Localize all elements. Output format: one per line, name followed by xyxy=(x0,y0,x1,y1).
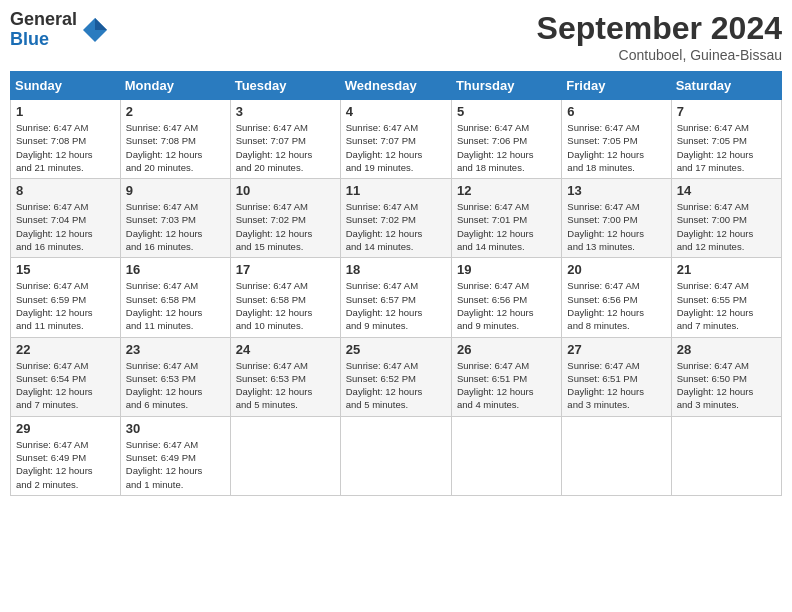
calendar-cell: 9Sunrise: 6:47 AM Sunset: 7:03 PM Daylig… xyxy=(120,179,230,258)
weekday-header: Sunday xyxy=(11,72,121,100)
calendar-cell: 1Sunrise: 6:47 AM Sunset: 7:08 PM Daylig… xyxy=(11,100,121,179)
calendar-cell: 13Sunrise: 6:47 AM Sunset: 7:00 PM Dayli… xyxy=(562,179,671,258)
day-info: Sunrise: 6:47 AM Sunset: 6:56 PM Dayligh… xyxy=(567,279,665,332)
day-number: 9 xyxy=(126,183,225,198)
day-number: 20 xyxy=(567,262,665,277)
day-info: Sunrise: 6:47 AM Sunset: 7:07 PM Dayligh… xyxy=(236,121,335,174)
day-info: Sunrise: 6:47 AM Sunset: 6:51 PM Dayligh… xyxy=(567,359,665,412)
calendar-week-row: 8Sunrise: 6:47 AM Sunset: 7:04 PM Daylig… xyxy=(11,179,782,258)
day-number: 5 xyxy=(457,104,556,119)
calendar-cell: 28Sunrise: 6:47 AM Sunset: 6:50 PM Dayli… xyxy=(671,337,781,416)
day-number: 21 xyxy=(677,262,776,277)
calendar-cell: 2Sunrise: 6:47 AM Sunset: 7:08 PM Daylig… xyxy=(120,100,230,179)
page-header: General Blue September 2024 Contuboel, G… xyxy=(10,10,782,63)
calendar-cell xyxy=(671,416,781,495)
day-number: 22 xyxy=(16,342,115,357)
weekday-header: Thursday xyxy=(451,72,561,100)
calendar-cell: 16Sunrise: 6:47 AM Sunset: 6:58 PM Dayli… xyxy=(120,258,230,337)
day-info: Sunrise: 6:47 AM Sunset: 7:03 PM Dayligh… xyxy=(126,200,225,253)
day-number: 3 xyxy=(236,104,335,119)
day-number: 6 xyxy=(567,104,665,119)
calendar-cell: 20Sunrise: 6:47 AM Sunset: 6:56 PM Dayli… xyxy=(562,258,671,337)
day-info: Sunrise: 6:47 AM Sunset: 7:00 PM Dayligh… xyxy=(567,200,665,253)
weekday-header: Tuesday xyxy=(230,72,340,100)
day-info: Sunrise: 6:47 AM Sunset: 6:51 PM Dayligh… xyxy=(457,359,556,412)
day-info: Sunrise: 6:47 AM Sunset: 7:05 PM Dayligh… xyxy=(567,121,665,174)
calendar-cell: 3Sunrise: 6:47 AM Sunset: 7:07 PM Daylig… xyxy=(230,100,340,179)
logo-general-text: General xyxy=(10,10,77,30)
day-number: 8 xyxy=(16,183,115,198)
calendar-cell: 22Sunrise: 6:47 AM Sunset: 6:54 PM Dayli… xyxy=(11,337,121,416)
calendar-cell: 21Sunrise: 6:47 AM Sunset: 6:55 PM Dayli… xyxy=(671,258,781,337)
month-title: September 2024 xyxy=(537,10,782,47)
day-info: Sunrise: 6:47 AM Sunset: 6:58 PM Dayligh… xyxy=(236,279,335,332)
day-info: Sunrise: 6:47 AM Sunset: 7:05 PM Dayligh… xyxy=(677,121,776,174)
day-number: 15 xyxy=(16,262,115,277)
calendar-cell xyxy=(562,416,671,495)
day-number: 25 xyxy=(346,342,446,357)
svg-marker-1 xyxy=(95,18,107,30)
calendar-cell: 12Sunrise: 6:47 AM Sunset: 7:01 PM Dayli… xyxy=(451,179,561,258)
day-info: Sunrise: 6:47 AM Sunset: 6:59 PM Dayligh… xyxy=(16,279,115,332)
day-number: 28 xyxy=(677,342,776,357)
day-info: Sunrise: 6:47 AM Sunset: 7:02 PM Dayligh… xyxy=(346,200,446,253)
calendar-cell: 25Sunrise: 6:47 AM Sunset: 6:52 PM Dayli… xyxy=(340,337,451,416)
day-info: Sunrise: 6:47 AM Sunset: 6:55 PM Dayligh… xyxy=(677,279,776,332)
day-number: 23 xyxy=(126,342,225,357)
day-info: Sunrise: 6:47 AM Sunset: 6:49 PM Dayligh… xyxy=(126,438,225,491)
day-number: 10 xyxy=(236,183,335,198)
day-number: 18 xyxy=(346,262,446,277)
calendar-cell: 23Sunrise: 6:47 AM Sunset: 6:53 PM Dayli… xyxy=(120,337,230,416)
day-number: 27 xyxy=(567,342,665,357)
weekday-header: Wednesday xyxy=(340,72,451,100)
calendar-cell: 29Sunrise: 6:47 AM Sunset: 6:49 PM Dayli… xyxy=(11,416,121,495)
title-block: September 2024 Contuboel, Guinea-Bissau xyxy=(537,10,782,63)
calendar-week-row: 22Sunrise: 6:47 AM Sunset: 6:54 PM Dayli… xyxy=(11,337,782,416)
day-number: 4 xyxy=(346,104,446,119)
day-info: Sunrise: 6:47 AM Sunset: 7:06 PM Dayligh… xyxy=(457,121,556,174)
calendar-cell: 19Sunrise: 6:47 AM Sunset: 6:56 PM Dayli… xyxy=(451,258,561,337)
calendar-cell: 24Sunrise: 6:47 AM Sunset: 6:53 PM Dayli… xyxy=(230,337,340,416)
day-number: 14 xyxy=(677,183,776,198)
day-info: Sunrise: 6:47 AM Sunset: 6:56 PM Dayligh… xyxy=(457,279,556,332)
calendar-cell xyxy=(340,416,451,495)
calendar-week-row: 15Sunrise: 6:47 AM Sunset: 6:59 PM Dayli… xyxy=(11,258,782,337)
calendar-cell: 4Sunrise: 6:47 AM Sunset: 7:07 PM Daylig… xyxy=(340,100,451,179)
day-number: 11 xyxy=(346,183,446,198)
calendar-cell: 6Sunrise: 6:47 AM Sunset: 7:05 PM Daylig… xyxy=(562,100,671,179)
day-number: 1 xyxy=(16,104,115,119)
calendar-cell xyxy=(451,416,561,495)
day-number: 16 xyxy=(126,262,225,277)
calendar-cell: 8Sunrise: 6:47 AM Sunset: 7:04 PM Daylig… xyxy=(11,179,121,258)
calendar-header-row: SundayMondayTuesdayWednesdayThursdayFrid… xyxy=(11,72,782,100)
day-number: 13 xyxy=(567,183,665,198)
day-number: 24 xyxy=(236,342,335,357)
day-info: Sunrise: 6:47 AM Sunset: 6:58 PM Dayligh… xyxy=(126,279,225,332)
day-info: Sunrise: 6:47 AM Sunset: 7:01 PM Dayligh… xyxy=(457,200,556,253)
day-info: Sunrise: 6:47 AM Sunset: 6:57 PM Dayligh… xyxy=(346,279,446,332)
day-info: Sunrise: 6:47 AM Sunset: 7:08 PM Dayligh… xyxy=(16,121,115,174)
day-info: Sunrise: 6:47 AM Sunset: 6:54 PM Dayligh… xyxy=(16,359,115,412)
logo-blue-text: Blue xyxy=(10,30,77,50)
day-number: 19 xyxy=(457,262,556,277)
calendar-cell: 5Sunrise: 6:47 AM Sunset: 7:06 PM Daylig… xyxy=(451,100,561,179)
logo: General Blue xyxy=(10,10,109,50)
calendar-cell: 27Sunrise: 6:47 AM Sunset: 6:51 PM Dayli… xyxy=(562,337,671,416)
weekday-header: Friday xyxy=(562,72,671,100)
day-info: Sunrise: 6:47 AM Sunset: 6:50 PM Dayligh… xyxy=(677,359,776,412)
calendar-cell: 14Sunrise: 6:47 AM Sunset: 7:00 PM Dayli… xyxy=(671,179,781,258)
day-info: Sunrise: 6:47 AM Sunset: 6:53 PM Dayligh… xyxy=(236,359,335,412)
day-info: Sunrise: 6:47 AM Sunset: 7:00 PM Dayligh… xyxy=(677,200,776,253)
day-info: Sunrise: 6:47 AM Sunset: 6:52 PM Dayligh… xyxy=(346,359,446,412)
calendar-cell: 10Sunrise: 6:47 AM Sunset: 7:02 PM Dayli… xyxy=(230,179,340,258)
day-info: Sunrise: 6:47 AM Sunset: 6:53 PM Dayligh… xyxy=(126,359,225,412)
day-info: Sunrise: 6:47 AM Sunset: 7:02 PM Dayligh… xyxy=(236,200,335,253)
day-info: Sunrise: 6:47 AM Sunset: 7:07 PM Dayligh… xyxy=(346,121,446,174)
logo-icon xyxy=(81,16,109,44)
weekday-header: Monday xyxy=(120,72,230,100)
day-number: 29 xyxy=(16,421,115,436)
day-info: Sunrise: 6:47 AM Sunset: 7:08 PM Dayligh… xyxy=(126,121,225,174)
calendar-cell: 26Sunrise: 6:47 AM Sunset: 6:51 PM Dayli… xyxy=(451,337,561,416)
calendar-table: SundayMondayTuesdayWednesdayThursdayFrid… xyxy=(10,71,782,496)
day-number: 2 xyxy=(126,104,225,119)
